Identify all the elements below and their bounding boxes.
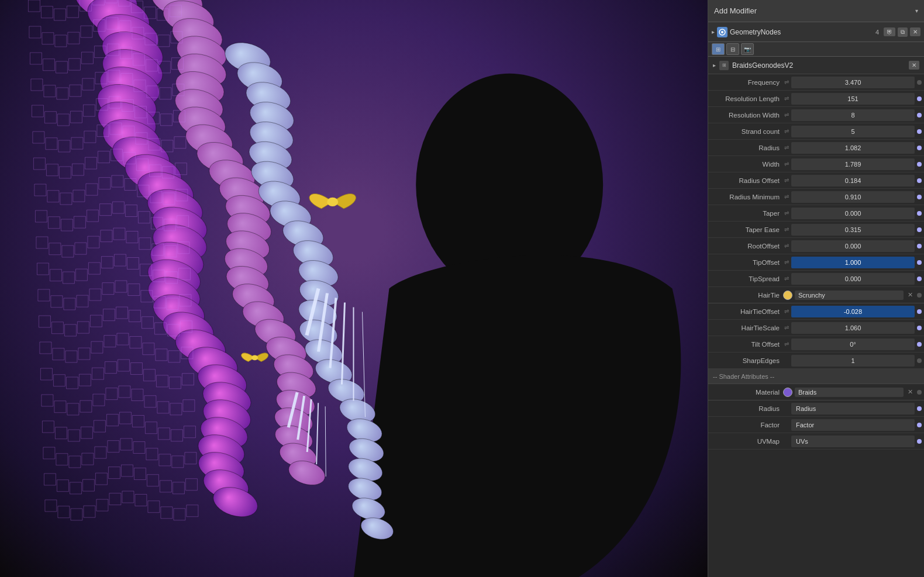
tip-offset-value[interactable] [791, 257, 915, 268]
prop-label-shader-radius: Radius [713, 405, 783, 412]
hairtie-scale-dot [917, 326, 922, 330]
modifier-number: 4 [873, 29, 881, 36]
hairtie-close-icon[interactable]: ✕ [906, 291, 915, 299]
hairtie-text[interactable]: Scrunchy [795, 291, 904, 300]
resolution-width-link-icon[interactable]: ⇌ [783, 112, 790, 118]
root-offset-dot [917, 244, 922, 248]
resolution-length-value[interactable] [791, 93, 915, 105]
prop-input-material: Braids ✕ [783, 388, 915, 397]
view-button-curve[interactable]: ⊟ [726, 43, 739, 55]
radius-value[interactable] [791, 142, 915, 154]
subheader-name: BraidsGeonodesV2 [732, 61, 905, 70]
hairtie-offset-link-icon[interactable]: ⇌ [783, 308, 790, 315]
strand-count-value[interactable] [791, 126, 915, 137]
radius-offset-dot [917, 178, 922, 183]
prop-row-strand-count: Strand count ⇌ [708, 123, 924, 140]
prop-row-tip-offset: TipOffset ⇌ [708, 254, 924, 271]
prop-label-hairtie-scale: HairTieScale [713, 324, 783, 331]
width-dot [917, 162, 922, 167]
add-modifier-chevron[interactable]: ▾ [915, 8, 918, 14]
radius-offset-link-icon[interactable]: ⇌ [783, 177, 790, 184]
subheader-expand-icon[interactable]: ▸ [713, 62, 716, 68]
prop-label-frequency: Frequency [713, 79, 783, 86]
factor-value[interactable] [791, 419, 915, 431]
strand-count-link-icon[interactable]: ⇌ [783, 128, 790, 134]
svg-point-1 [721, 31, 723, 33]
prop-label-hairtie-offset: HairTieOffset [713, 308, 783, 315]
frequency-dot [917, 80, 922, 85]
taper-ease-value[interactable] [791, 224, 915, 236]
taper-dot [917, 211, 922, 216]
prop-label-uvmap: UVMap [713, 438, 783, 445]
material-close-icon[interactable]: ✕ [906, 388, 915, 396]
radius-minimum-value[interactable] [791, 191, 915, 203]
modifier-copy-button[interactable]: ⧉ [898, 27, 908, 37]
tip-spread-link-icon[interactable]: ⇌ [783, 275, 790, 282]
sharp-edges-value[interactable] [791, 355, 915, 367]
shader-radius-value[interactable] [791, 403, 915, 414]
subheader-close-button[interactable]: ✕ [909, 61, 919, 70]
width-value[interactable] [791, 158, 915, 170]
prop-row-radius-minimum: Radius Minimum ⇌ [708, 189, 924, 205]
root-offset-link-icon[interactable]: ⇌ [783, 243, 790, 249]
prop-label-tip-spread: TipSpread [713, 275, 783, 282]
prop-label-hairtie: HairTie [713, 292, 783, 299]
taper-ease-link-icon[interactable]: ⇌ [783, 226, 790, 233]
hairtie-offset-dot [917, 309, 922, 314]
resolution-length-link-icon[interactable]: ⇌ [783, 95, 790, 102]
material-text[interactable]: Braids [795, 388, 904, 397]
prop-input-frequency: ⇌ [783, 77, 915, 88]
radius-link-icon[interactable]: ⇌ [783, 144, 790, 151]
shader-attributes-divider: -- Shader Attributes -- [708, 369, 924, 384]
modifier-shield-button[interactable]: ⛨ [884, 27, 895, 36]
strand-count-dot [917, 129, 922, 134]
prop-row-taper-ease: Taper Ease ⇌ [708, 222, 924, 238]
tilt-offset-dot [917, 342, 922, 347]
prop-row-tip-spread: TipSpread ⇌ [708, 271, 924, 287]
prop-label-tip-offset: TipOffset [713, 259, 783, 266]
prop-input-hairtie-offset: ⇌ [783, 306, 915, 317]
prop-input-shader-radius [783, 403, 915, 414]
prop-row-resolution-length: Resolution Length ⇌ [708, 91, 924, 107]
radius-minimum-link-icon[interactable]: ⇌ [783, 194, 790, 200]
tilt-offset-link-icon[interactable]: ⇌ [783, 341, 790, 347]
viewport-canvas [0, 0, 708, 577]
sharp-edges-dot [917, 358, 922, 363]
tip-spread-value[interactable] [791, 273, 915, 285]
properties-panel: Add Modifier ▾ ▸ GeometryNodes 4 ⛨ ⧉ ✕ ⊞… [708, 0, 924, 577]
resolution-width-value[interactable] [791, 109, 915, 121]
view-button-mesh[interactable]: ⊞ [712, 43, 725, 55]
frequency-value[interactable] [791, 77, 915, 88]
prop-row-width: Width ⇌ [708, 156, 924, 172]
hairtie-scale-value[interactable] [791, 322, 915, 334]
subheader-icon: ⊞ [719, 61, 729, 70]
radius-offset-value[interactable] [791, 175, 915, 186]
hairtie-scale-link-icon[interactable]: ⇌ [783, 324, 790, 331]
frequency-link-icon[interactable]: ⇌ [783, 79, 790, 85]
taper-value[interactable] [791, 208, 915, 219]
taper-link-icon[interactable]: ⇌ [783, 210, 790, 216]
prop-label-resolution-width: Resolution Width [713, 112, 783, 119]
view-button-camera[interactable]: 📷 [741, 43, 754, 55]
prop-input-tip-offset: ⇌ [783, 257, 915, 268]
prop-input-tilt-offset: ⇌ [783, 338, 915, 350]
prop-input-sharp-edges [783, 355, 915, 367]
modifier-expand-icon[interactable]: ▸ [712, 29, 715, 35]
modifier-name[interactable]: GeometryNodes [730, 28, 871, 36]
modifier-close-button[interactable]: ✕ [910, 27, 920, 36]
hairtie-offset-value[interactable] [791, 306, 915, 317]
uvmap-value[interactable] [791, 436, 915, 447]
prop-row-taper: Taper ⇌ [708, 205, 924, 222]
tip-offset-link-icon[interactable]: ⇌ [783, 259, 790, 265]
tilt-offset-value[interactable] [791, 338, 915, 350]
material-swatch [783, 388, 792, 397]
modifier-actions: 4 ⛨ ⧉ ✕ [873, 27, 920, 37]
prop-label-radius-minimum: Radius Minimum [713, 194, 783, 201]
prop-label-width: Width [713, 161, 783, 168]
taper-ease-dot [917, 227, 922, 232]
prop-input-width: ⇌ [783, 158, 915, 170]
width-link-icon[interactable]: ⇌ [783, 161, 790, 167]
root-offset-value[interactable] [791, 240, 915, 252]
add-modifier-bar[interactable]: Add Modifier ▾ [708, 0, 924, 22]
resolution-length-dot [917, 96, 922, 101]
